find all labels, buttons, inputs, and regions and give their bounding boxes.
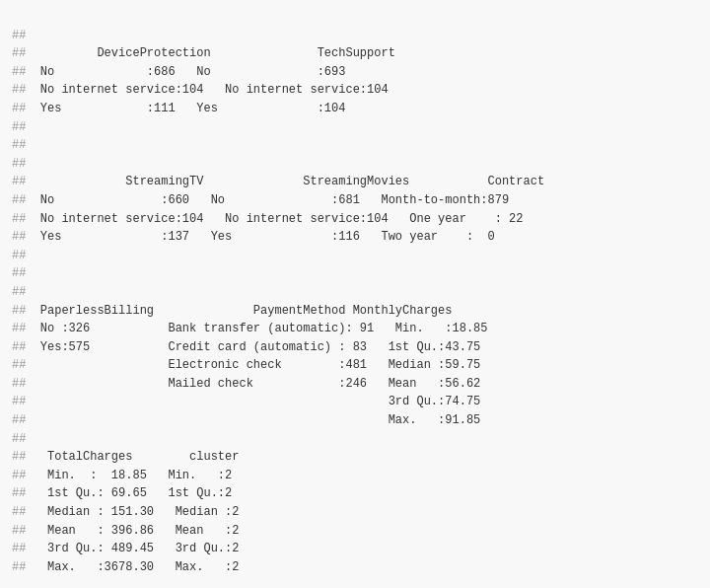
line-content: Yes:575 Credit card (automatic) : 83 1st… xyxy=(26,340,480,354)
hash-prefix: ## xyxy=(12,266,26,280)
output-line-4: ## Yes :111 Yes :104 xyxy=(12,100,698,118)
line-content: Electronic check :481 Median :59.75 xyxy=(26,358,480,372)
hash-prefix: ## xyxy=(12,138,26,152)
hash-prefix: ## xyxy=(12,120,26,134)
output-line-21: ## Max. :91.85 xyxy=(12,411,698,430)
output-line-16: ## No :326 Bank transfer (automatic): 91… xyxy=(12,320,698,338)
output-line-2: ## No :686 No :693 xyxy=(12,63,698,82)
line-content: 3rd Qu.: 489.45 3rd Qu.:2 xyxy=(26,542,239,555)
line-content: Min. : 18.85 Min. :2 xyxy=(26,469,232,482)
hash-prefix: ## xyxy=(12,285,26,299)
line-content: Yes :111 Yes :104 xyxy=(26,102,345,115)
output-line-3: ## No internet service:104 No internet s… xyxy=(12,81,698,100)
output-line-1: ## DeviceProtection TechSupport xyxy=(12,44,698,63)
hash-prefix: ## xyxy=(12,377,26,391)
hash-prefix: ## xyxy=(12,304,26,318)
line-content: No :326 Bank transfer (automatic): 91 Mi… xyxy=(26,322,487,335)
output-line-25: ## 1st Qu.: 69.65 1st Qu.:2 xyxy=(12,484,698,503)
hash-prefix: ## xyxy=(12,432,26,446)
output-line-12: ## xyxy=(12,247,698,265)
line-content: 3rd Qu.:74.75 xyxy=(26,395,480,408)
hash-prefix: ## xyxy=(12,524,26,538)
output-line-27: ## Mean : 396.86 Mean :2 xyxy=(12,522,698,541)
output-line-8: ## StreamingTV StreamingMovies Contract xyxy=(12,173,698,191)
output-line-10: ## No internet service:104 No internet s… xyxy=(12,210,698,229)
hash-prefix: ## xyxy=(12,469,26,482)
line-content: No internet service:104 No internet serv… xyxy=(26,212,523,226)
line-content: PaperlessBilling PaymentMethod MonthlyCh… xyxy=(26,304,452,318)
hash-prefix: ## xyxy=(12,505,26,519)
hash-prefix: ## xyxy=(12,65,26,79)
output-line-14: ## xyxy=(12,283,698,302)
hash-prefix: ## xyxy=(12,175,26,188)
output-block: #### DeviceProtection TechSupport## No :… xyxy=(12,8,698,576)
output-line-19: ## Mailed check :246 Mean :56.62 xyxy=(12,375,698,394)
hash-prefix: ## xyxy=(12,358,26,372)
line-content: No :660 No :681 Month-to-month:879 xyxy=(26,193,509,207)
line-content: No :686 No :693 xyxy=(26,65,345,79)
output-line-28: ## 3rd Qu.: 489.45 3rd Qu.:2 xyxy=(12,540,698,558)
line-content: TotalCharges cluster xyxy=(26,450,239,464)
line-content: Mailed check :246 Mean :56.62 xyxy=(26,377,480,391)
output-line-23: ## TotalCharges cluster xyxy=(12,448,698,467)
output-line-13: ## xyxy=(12,264,698,283)
hash-prefix: ## xyxy=(12,450,26,464)
output-line-22: ## xyxy=(12,430,698,449)
hash-prefix: ## xyxy=(12,46,26,60)
output-line-26: ## Median : 151.30 Median :2 xyxy=(12,503,698,522)
line-content: Max. :3678.30 Max. :2 xyxy=(26,560,239,574)
output-line-15: ## PaperlessBilling PaymentMethod Monthl… xyxy=(12,302,698,321)
output-line-6: ## xyxy=(12,136,698,155)
output-line-11: ## Yes :137 Yes :116 Two year : 0 xyxy=(12,228,698,247)
line-content: DeviceProtection TechSupport xyxy=(26,46,394,60)
line-content: Max. :91.85 xyxy=(26,413,480,427)
hash-prefix: ## xyxy=(12,322,26,335)
line-content: Yes :137 Yes :116 Two year : 0 xyxy=(26,230,494,244)
hash-prefix: ## xyxy=(12,230,26,244)
output-line-5: ## xyxy=(12,118,698,137)
line-content: Mean : 396.86 Mean :2 xyxy=(26,524,239,538)
hash-prefix: ## xyxy=(12,29,26,42)
line-content: StreamingTV StreamingMovies Contract xyxy=(26,175,544,188)
output-line-24: ## Min. : 18.85 Min. :2 xyxy=(12,467,698,485)
hash-prefix: ## xyxy=(12,395,26,408)
output-line-18: ## Electronic check :481 Median :59.75 xyxy=(12,356,698,375)
line-content: No internet service:104 No internet serv… xyxy=(26,83,388,97)
output-line-17: ## Yes:575 Credit card (automatic) : 83 … xyxy=(12,338,698,357)
hash-prefix: ## xyxy=(12,486,26,500)
hash-prefix: ## xyxy=(12,413,26,427)
hash-prefix: ## xyxy=(12,542,26,555)
hash-prefix: ## xyxy=(12,249,26,262)
output-line-9: ## No :660 No :681 Month-to-month:879 xyxy=(12,191,698,210)
hash-prefix: ## xyxy=(12,212,26,226)
line-content: Median : 151.30 Median :2 xyxy=(26,505,239,519)
output-line-0: ## xyxy=(12,27,698,45)
output-line-20: ## 3rd Qu.:74.75 xyxy=(12,393,698,411)
line-content: 1st Qu.: 69.65 1st Qu.:2 xyxy=(26,486,232,500)
output-line-7: ## xyxy=(12,155,698,174)
hash-prefix: ## xyxy=(12,193,26,207)
output-line-29: ## Max. :3678.30 Max. :2 xyxy=(12,558,698,577)
hash-prefix: ## xyxy=(12,157,26,171)
hash-prefix: ## xyxy=(12,560,26,574)
hash-prefix: ## xyxy=(12,83,26,97)
hash-prefix: ## xyxy=(12,340,26,354)
hash-prefix: ## xyxy=(12,102,26,115)
